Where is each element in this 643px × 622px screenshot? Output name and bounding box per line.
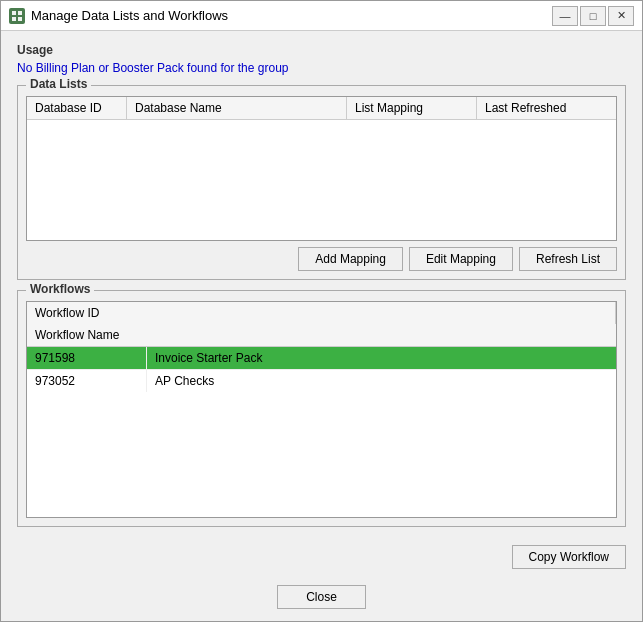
- workflow-name-cell: AP Checks: [147, 370, 616, 392]
- svg-rect-3: [18, 17, 22, 21]
- col-workflow-name: Workflow Name: [27, 324, 616, 346]
- edit-mapping-button[interactable]: Edit Mapping: [409, 247, 513, 271]
- col-workflow-id: Workflow ID: [27, 302, 616, 324]
- close-window-button[interactable]: ✕: [608, 6, 634, 26]
- usage-message: No Billing Plan or Booster Pack found fo…: [17, 61, 626, 75]
- workflow-id-cell: 971598: [27, 347, 147, 369]
- data-lists-buttons: Add Mapping Edit Mapping Refresh List: [26, 247, 617, 271]
- workflows-body: 971598Invoice Starter Pack973052AP Check…: [27, 347, 616, 517]
- maximize-button[interactable]: □: [580, 6, 606, 26]
- minimize-button[interactable]: —: [552, 6, 578, 26]
- workflows-section: Workflows Workflow ID Workflow Name 9715…: [17, 290, 626, 527]
- window-controls: — □ ✕: [552, 6, 634, 26]
- workflows-header: Workflow ID Workflow Name: [27, 302, 616, 347]
- svg-rect-1: [18, 11, 22, 15]
- usage-label: Usage: [17, 43, 626, 57]
- content-area: Usage No Billing Plan or Booster Pack fo…: [1, 31, 642, 539]
- window-title: Manage Data Lists and Workflows: [31, 8, 552, 23]
- workflow-name-cell: Invoice Starter Pack: [147, 347, 616, 369]
- close-button[interactable]: Close: [277, 585, 366, 609]
- col-last-refreshed: Last Refreshed: [477, 97, 616, 119]
- title-bar: Manage Data Lists and Workflows — □ ✕: [1, 1, 642, 31]
- col-database-id: Database ID: [27, 97, 127, 119]
- refresh-list-button[interactable]: Refresh List: [519, 247, 617, 271]
- data-lists-label: Data Lists: [26, 77, 91, 91]
- workflows-label: Workflows: [26, 282, 94, 296]
- footer: Close: [1, 575, 642, 621]
- copy-workflow-button[interactable]: Copy Workflow: [512, 545, 626, 569]
- close-section: Close: [17, 585, 626, 609]
- main-window: Manage Data Lists and Workflows — □ ✕ Us…: [0, 0, 643, 622]
- data-lists-table: Database ID Database Name List Mapping L…: [26, 96, 617, 241]
- col-list-mapping: List Mapping: [347, 97, 477, 119]
- workflow-id-cell: 973052: [27, 370, 147, 392]
- col-database-name: Database Name: [127, 97, 347, 119]
- data-lists-section: Data Lists Database ID Database Name Lis…: [17, 85, 626, 280]
- usage-section: Usage No Billing Plan or Booster Pack fo…: [17, 43, 626, 75]
- add-mapping-button[interactable]: Add Mapping: [298, 247, 403, 271]
- svg-rect-2: [12, 17, 16, 21]
- data-lists-body: [27, 120, 616, 240]
- data-lists-header: Database ID Database Name List Mapping L…: [27, 97, 616, 120]
- table-row[interactable]: 971598Invoice Starter Pack: [27, 347, 616, 370]
- app-icon: [9, 8, 25, 24]
- table-row[interactable]: 973052AP Checks: [27, 370, 616, 392]
- svg-rect-0: [12, 11, 16, 15]
- copy-workflow-row: Copy Workflow: [1, 539, 642, 575]
